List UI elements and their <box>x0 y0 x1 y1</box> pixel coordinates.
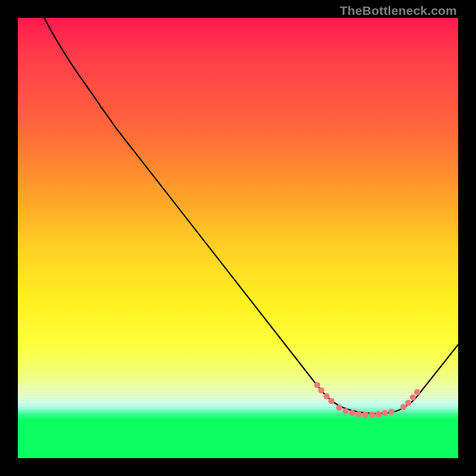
svg-point-10 <box>375 411 381 417</box>
svg-point-1 <box>318 387 324 393</box>
svg-point-4 <box>336 405 342 411</box>
chart-root: TheBottleneck.com <box>0 0 476 476</box>
watermark-text: TheBottleneck.com <box>340 4 457 18</box>
svg-point-14 <box>405 400 411 406</box>
marker-dots <box>314 382 420 418</box>
plot-area <box>18 18 458 458</box>
svg-point-13 <box>400 404 406 410</box>
svg-point-2 <box>324 393 330 399</box>
svg-point-12 <box>389 409 394 415</box>
svg-point-16 <box>414 389 420 395</box>
svg-point-7 <box>356 411 362 417</box>
svg-point-15 <box>410 394 416 400</box>
svg-point-9 <box>369 412 375 418</box>
svg-point-11 <box>382 410 388 416</box>
svg-point-5 <box>343 408 349 414</box>
svg-point-0 <box>314 382 320 388</box>
svg-point-3 <box>328 398 334 404</box>
svg-point-6 <box>349 410 355 416</box>
curve-layer <box>18 18 458 458</box>
svg-point-8 <box>362 412 368 418</box>
bottleneck-curve <box>40 18 458 414</box>
